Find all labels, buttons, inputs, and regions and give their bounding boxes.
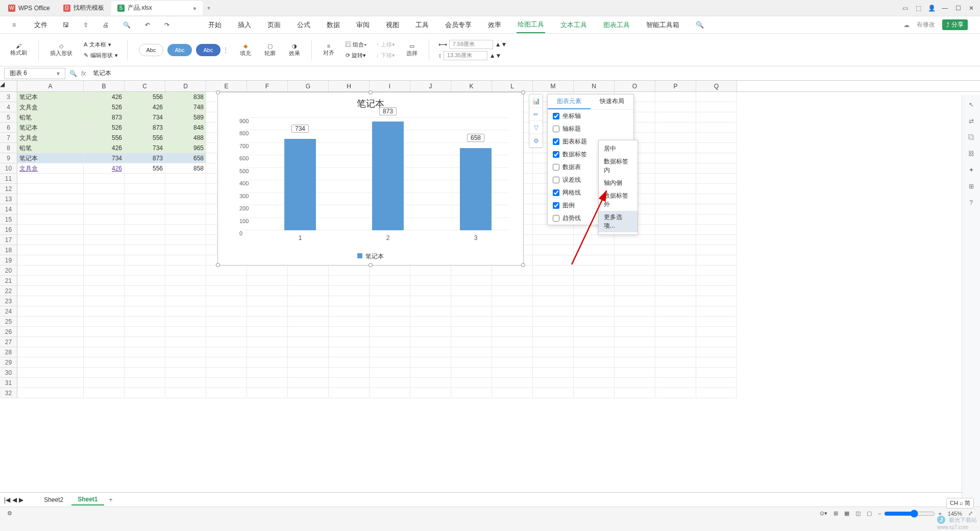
cell[interactable] <box>410 317 451 327</box>
cell[interactable] <box>451 296 492 306</box>
checkbox[interactable] <box>553 202 559 209</box>
cell[interactable] <box>165 225 206 235</box>
settings-icon[interactable]: ⇄ <box>969 117 974 125</box>
cell[interactable] <box>329 368 370 378</box>
chart-element-option[interactable]: 轴标题 <box>548 123 633 135</box>
col-B[interactable]: B <box>84 81 125 91</box>
cell[interactable] <box>329 388 370 398</box>
cell[interactable] <box>533 337 574 347</box>
row-header[interactable]: 3 <box>0 92 17 102</box>
cell[interactable] <box>329 378 370 388</box>
file-tab-product[interactable]: S 产品.xlsx ● <box>111 1 203 15</box>
cell[interactable] <box>165 327 206 337</box>
cell[interactable] <box>125 245 165 255</box>
cell[interactable] <box>696 368 737 378</box>
cell[interactable] <box>165 266 206 276</box>
insert-shape-button[interactable]: ◇插入形状 <box>48 41 75 59</box>
cell[interactable] <box>696 153 737 163</box>
menu-tools[interactable]: 工具 <box>414 17 430 33</box>
cell[interactable] <box>125 255 165 266</box>
cell[interactable] <box>370 286 410 296</box>
app-tab-wps[interactable]: W WPS Office <box>2 1 56 15</box>
cell[interactable] <box>288 276 329 286</box>
cell[interactable] <box>247 296 288 306</box>
cell[interactable] <box>533 296 574 306</box>
cell[interactable] <box>696 214 737 225</box>
cell[interactable] <box>696 347 737 357</box>
status-settings-icon[interactable]: ⚙ <box>4 510 15 517</box>
embedded-chart[interactable]: 笔记本 010020030040050060070080090073418732… <box>217 92 524 266</box>
redo-icon[interactable]: ↷ <box>164 21 169 29</box>
cell[interactable] <box>655 123 696 133</box>
cell[interactable] <box>451 378 492 388</box>
col-F[interactable]: F <box>247 81 288 91</box>
cell[interactable] <box>84 235 125 245</box>
cell[interactable] <box>451 306 492 317</box>
cell[interactable] <box>574 368 615 378</box>
col-L[interactable]: L <box>492 81 533 91</box>
cell[interactable] <box>410 327 451 337</box>
col-N[interactable]: N <box>574 81 615 91</box>
cell[interactable] <box>84 388 125 398</box>
new-tab-button[interactable]: + <box>204 5 214 12</box>
cell[interactable] <box>329 266 370 276</box>
chart-settings-icon[interactable]: ⚙ <box>529 134 543 148</box>
cell[interactable] <box>125 174 165 184</box>
row-header[interactable]: 32 <box>0 388 17 398</box>
data-label[interactable]: 658 <box>467 134 484 142</box>
row-header[interactable]: 27 <box>0 337 17 347</box>
cell[interactable] <box>17 225 84 235</box>
menu-chart-tools[interactable]: 图表工具 <box>602 17 631 33</box>
cell[interactable] <box>655 102 696 112</box>
row-header[interactable]: 8 <box>0 143 17 153</box>
cell[interactable] <box>574 317 615 327</box>
cell[interactable] <box>17 327 84 337</box>
cell[interactable] <box>696 133 737 143</box>
cell[interactable] <box>84 184 125 194</box>
cell[interactable] <box>696 163 737 174</box>
cell[interactable]: 笔记本 <box>17 153 84 163</box>
cell[interactable] <box>17 204 84 214</box>
row-header[interactable]: 26 <box>0 327 17 337</box>
menu-smartbox[interactable]: 智能工具箱 <box>645 17 680 33</box>
cell[interactable] <box>329 327 370 337</box>
cell[interactable] <box>84 347 125 357</box>
cell[interactable] <box>370 357 410 368</box>
cell[interactable] <box>17 286 84 296</box>
cell[interactable] <box>329 347 370 357</box>
maximize-button[interactable]: ☐ <box>951 5 965 12</box>
row-header[interactable]: 7 <box>0 133 17 143</box>
cell[interactable] <box>655 368 696 378</box>
row-header[interactable]: 25 <box>0 317 17 327</box>
cell[interactable] <box>125 337 165 347</box>
cell[interactable] <box>17 368 84 378</box>
cell[interactable] <box>125 296 165 306</box>
cell[interactable] <box>125 235 165 245</box>
cell[interactable] <box>370 378 410 388</box>
cell[interactable] <box>615 347 655 357</box>
cell[interactable] <box>17 184 84 194</box>
cell[interactable] <box>329 296 370 306</box>
chart-plot-area[interactable]: 0100200300400500600700800900734187326583 <box>243 118 509 230</box>
cell[interactable] <box>574 235 615 245</box>
cell[interactable] <box>696 276 737 286</box>
cell[interactable] <box>247 378 288 388</box>
ime-indicator[interactable]: CH ⌕ 简 <box>946 498 974 509</box>
cell[interactable] <box>125 357 165 368</box>
tab-quick-layout[interactable]: 快速布局 <box>591 94 633 109</box>
sheet-nav-next[interactable]: ▶ <box>19 496 23 503</box>
cell[interactable] <box>655 357 696 368</box>
cell[interactable] <box>165 174 206 184</box>
cell[interactable] <box>125 266 165 276</box>
cell[interactable]: 铅笔 <box>17 143 84 153</box>
menu-text-tools[interactable]: 文本工具 <box>559 17 588 33</box>
select-all-corner[interactable]: ◢ <box>0 81 17 91</box>
cell[interactable] <box>165 276 206 286</box>
menu-page[interactable]: 页面 <box>266 17 282 33</box>
preview-icon[interactable]: 🔍 <box>123 21 131 29</box>
cell[interactable] <box>288 306 329 317</box>
cell[interactable] <box>533 378 574 388</box>
resize-handle[interactable] <box>369 263 373 267</box>
cell[interactable]: 526 <box>84 123 125 133</box>
cell[interactable] <box>17 255 84 266</box>
